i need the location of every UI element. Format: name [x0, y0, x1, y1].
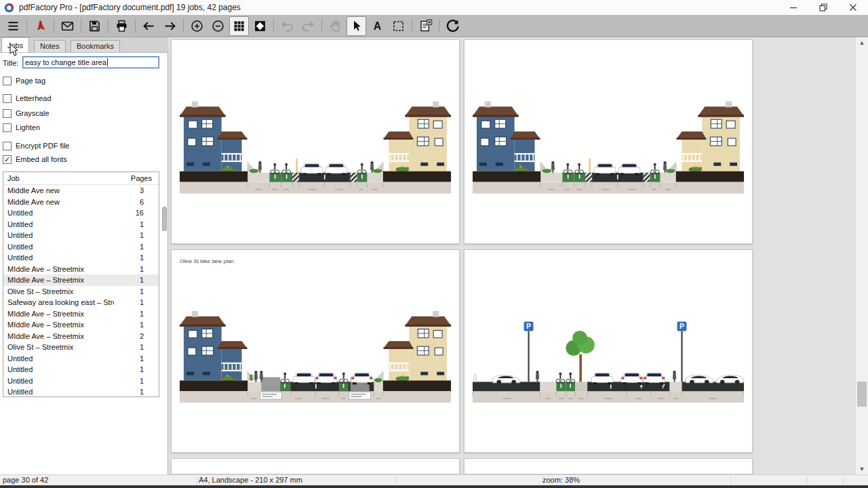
title-field-label: Title:: [3, 59, 18, 67]
checkbox-embed-fonts[interactable]: ✓: [3, 155, 12, 164]
sidebar-tab-strip: Jobs Notes Bookmarks: [0, 37, 168, 53]
scrollbar-thumb[interactable]: [857, 382, 867, 407]
checkbox-row[interactable]: Letterhead: [3, 94, 52, 103]
job-pages: 1: [114, 354, 159, 363]
job-pages: 1: [114, 243, 159, 251]
page-thumbnail-4[interactable]: [464, 249, 753, 453]
minimize-button[interactable]: [778, 0, 808, 15]
job-name: Untitled: [3, 253, 114, 262]
tab-notes[interactable]: Notes: [34, 40, 66, 52]
job-row[interactable]: MIddle Ave – Streetmix1: [3, 319, 159, 331]
menu-icon: [6, 19, 20, 33]
page-thumbnail-6-partial[interactable]: [464, 458, 753, 474]
menu-button[interactable]: [3, 16, 23, 36]
job-row[interactable]: Middle Ave new6: [3, 197, 159, 208]
job-name: Olive St – Streetmix: [3, 287, 114, 296]
sidebar-splitter-handle[interactable]: [162, 207, 167, 231]
page-thumbnail-2[interactable]: [464, 39, 753, 244]
status-page-info: page 30 of 42: [3, 476, 48, 484]
job-pages: 1: [114, 310, 159, 318]
checkbox-letterhead[interactable]: [3, 94, 12, 103]
minimize-icon: [789, 3, 797, 12]
title-input[interactable]: easy to change title area: [22, 56, 159, 68]
job-name: MIddle Ave – Streetmix: [3, 265, 114, 273]
delete-note-button[interactable]: [416, 16, 435, 36]
job-row[interactable]: MIddle Ave – Streetmix1: [3, 264, 159, 275]
print-button[interactable]: [112, 16, 132, 36]
zoom-out-button[interactable]: [208, 16, 228, 36]
refresh-button[interactable]: [443, 16, 462, 36]
zoom-out-icon: [211, 19, 225, 33]
email-icon: [60, 19, 75, 33]
job-row[interactable]: Untitled1: [3, 353, 159, 365]
fit-page-button[interactable]: [250, 16, 270, 36]
checkbox-page-tag[interactable]: [3, 77, 12, 85]
job-pages: 1: [114, 343, 159, 351]
vertical-scrollbar[interactable]: ▲ ▼: [855, 37, 868, 474]
forward-button[interactable]: [160, 16, 180, 36]
email-button[interactable]: [58, 16, 77, 36]
job-pages: 1: [114, 253, 159, 262]
job-name: Untitled: [3, 209, 114, 217]
redo-button[interactable]: [298, 16, 318, 36]
job-row[interactable]: Untitled1: [3, 241, 159, 253]
job-pages: 1: [114, 298, 159, 306]
job-pages: 1: [114, 377, 159, 385]
acrobat-button[interactable]: [31, 16, 50, 36]
job-row[interactable]: MIddle Ave – Streetmix1: [3, 308, 159, 320]
job-row[interactable]: MIddle Ave – Streetmix2: [3, 331, 159, 342]
page-caption: Olive St bike lane plan: [180, 258, 234, 264]
select-area-button[interactable]: [389, 16, 408, 36]
street-scene-art: [172, 250, 459, 452]
page-thumbnail-5-partial[interactable]: [171, 458, 460, 474]
restore-button[interactable]: [808, 0, 838, 15]
job-row[interactable]: Untitled1: [3, 219, 159, 230]
job-row[interactable]: Safeway area looking east – Street...1: [3, 297, 159, 308]
job-list-header: Job Pages: [3, 172, 159, 185]
status-bar: page 30 of 42 A4, Landscape - 210 x 297 …: [0, 474, 868, 485]
checkbox-grayscale[interactable]: [3, 109, 12, 118]
window-title: pdfFactory Pro - [pdfFactory document.pd…: [19, 3, 241, 12]
job-row[interactable]: MIddle Ave – Streetmix1: [3, 274, 159, 286]
checkbox-row[interactable]: Page tag: [3, 76, 45, 85]
checkbox-lighten[interactable]: [3, 123, 12, 132]
job-list-body: Middle Ave new3Middle Ave new6Untitled16…: [3, 185, 159, 397]
job-row[interactable]: Middle Ave new3: [3, 185, 159, 197]
job-row[interactable]: Untitled1: [3, 230, 159, 241]
checkbox-row[interactable]: ✓Embed all fonts: [3, 155, 67, 164]
job-row[interactable]: Untitled1: [3, 364, 159, 375]
checkbox-row[interactable]: Encrypt PDF file: [3, 141, 69, 150]
page-thumbnail-1[interactable]: [171, 39, 460, 244]
job-row[interactable]: Olive St – Streetmix1: [3, 286, 159, 298]
hand-tool-button[interactable]: [326, 16, 345, 36]
job-name: Untitled: [3, 220, 114, 228]
app-icon: [4, 3, 14, 13]
zoom-in-button[interactable]: [187, 16, 207, 36]
close-button[interactable]: [838, 0, 868, 15]
scroll-down-arrow[interactable]: ▼: [856, 464, 868, 474]
page-thumbnail-3[interactable]: Olive St bike lane plan: [171, 249, 460, 453]
job-row[interactable]: Untitled1: [3, 252, 159, 264]
checkbox-row[interactable]: Lighten: [3, 123, 40, 132]
job-row[interactable]: Olive St – Streetmix1: [3, 342, 159, 353]
job-name: Safeway area looking east – Street...: [3, 298, 114, 306]
tab-bookmarks[interactable]: Bookmarks: [71, 40, 120, 52]
select-cursor-button[interactable]: [347, 16, 366, 36]
scroll-up-arrow[interactable]: ▲: [856, 37, 868, 48]
text-tool-button[interactable]: A: [368, 16, 387, 36]
back-button[interactable]: [139, 16, 159, 36]
acrobat-icon: [33, 19, 47, 33]
refresh-icon: [446, 19, 460, 33]
checkbox-encrypt[interactable]: [3, 142, 12, 150]
svg-text:A: A: [374, 20, 381, 31]
mouse-cursor: [9, 43, 19, 57]
main-toolbar: A: [0, 15, 868, 37]
job-row[interactable]: Untitled16: [3, 207, 159, 219]
job-pages: 1: [114, 276, 159, 284]
thumbnail-grid-button[interactable]: [229, 16, 249, 36]
checkbox-row[interactable]: Grayscale: [3, 108, 50, 118]
save-button[interactable]: [85, 16, 104, 36]
job-row[interactable]: Untitled1: [3, 386, 159, 397]
job-row[interactable]: Untitled1: [3, 375, 159, 387]
undo-button[interactable]: [277, 16, 297, 36]
